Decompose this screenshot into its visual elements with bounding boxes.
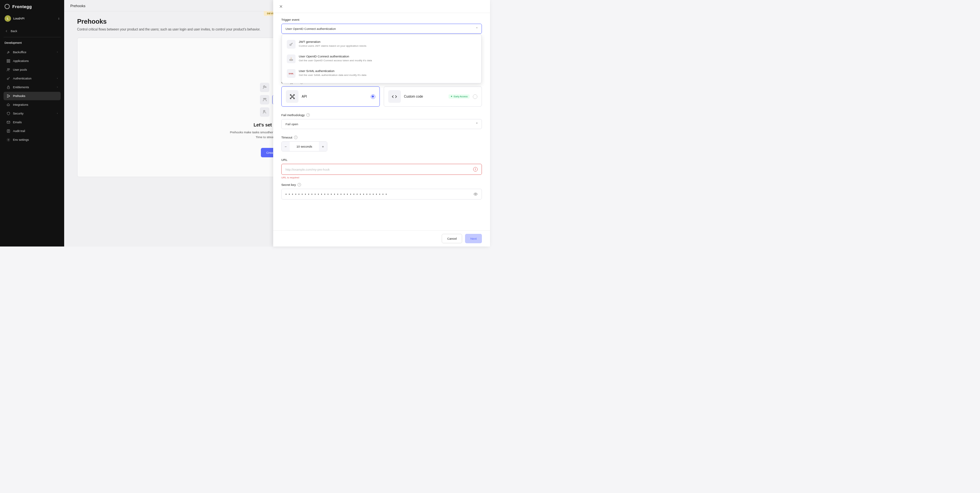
eye-icon[interactable]	[474, 192, 478, 196]
close-icon[interactable]	[279, 4, 283, 9]
radio-selected-icon	[371, 94, 375, 99]
cancel-button[interactable]: Cancel	[442, 234, 463, 243]
url-label: URL	[281, 158, 482, 161]
url-error-message: URL is required	[281, 176, 482, 179]
sidebar-item-label: Applications	[13, 59, 29, 62]
sidebar-item-authentication[interactable]: Authentication ›	[3, 74, 60, 83]
svg-point-25	[293, 97, 294, 99]
dropdown-item-title: User OpenID Connect authentication	[299, 54, 372, 58]
mail-icon	[6, 120, 10, 124]
svg-rect-2	[7, 61, 8, 62]
svg-point-8	[7, 95, 8, 95]
sidebar-item-security[interactable]: Security ›	[3, 109, 60, 118]
fail-methodology-value: Fail open	[285, 122, 298, 126]
list-icon	[6, 129, 10, 133]
chevron-right-icon: ›	[57, 112, 58, 115]
timeout-value: 10 seconds	[290, 142, 319, 151]
chevron-right-icon: ›	[57, 51, 58, 53]
svg-point-26	[475, 194, 476, 195]
shield-icon	[6, 112, 10, 115]
trigger-event-select[interactable]: User OpenID Connect authentication ˄ JWT…	[281, 24, 482, 34]
timeout-increment-button[interactable]: +	[319, 142, 327, 151]
arrow-left-icon	[5, 29, 8, 33]
openid-icon	[287, 54, 296, 63]
svg-point-19	[290, 44, 291, 45]
code-type-api[interactable]: API	[281, 86, 380, 107]
sidebar-item-emails[interactable]: Emails	[3, 118, 60, 126]
sidebar-item-entitlements[interactable]: Entitlements ›	[3, 83, 60, 91]
trigger-event-label: Trigger event	[281, 18, 482, 21]
grid-icon	[6, 59, 10, 63]
workspace-switcher[interactable]: L LoudAPI ▲▼	[0, 14, 64, 26]
sidebar-item-label: Authentication	[13, 77, 32, 80]
fail-methodology-select[interactable]: Fail open ˅	[281, 119, 482, 129]
branch-icon	[6, 94, 10, 98]
sidebar-item-audit-trail[interactable]: Audit trail	[3, 127, 60, 135]
fail-methodology-label: Fail methodology ?	[281, 113, 482, 117]
secret-key-input[interactable]: • • • • • • • • • • • • • • • • • • • • …	[281, 189, 482, 199]
trigger-event-value: User OpenID Connect authentication	[285, 27, 336, 30]
url-input[interactable]: http://example.com/my-pre-hook !	[281, 164, 482, 175]
svg-point-23	[293, 94, 294, 95]
svg-point-9	[7, 97, 8, 97]
code-type-custom[interactable]: Custom code ✦Early Access	[384, 86, 482, 107]
timeout-stepper: − 10 seconds +	[281, 141, 327, 152]
sidebar-nav: Backoffice › Applications User pools Aut…	[0, 48, 64, 144]
sidebar-item-label: Entitlements	[13, 86, 29, 89]
trigger-event-dropdown: JWT generation Control users JWT claims …	[282, 34, 482, 83]
dropdown-item-desc: Get the user SAML authentication data an…	[299, 73, 366, 77]
key-icon	[287, 40, 296, 49]
svg-rect-0	[7, 59, 8, 61]
api-icon	[286, 90, 299, 103]
svg-point-5	[9, 69, 10, 69]
sidebar-item-integrations[interactable]: Integrations	[3, 101, 60, 109]
svg-point-13	[8, 139, 9, 140]
secret-key-value: • • • • • • • • • • • • • • • • • • • • …	[285, 192, 387, 196]
error-icon: !	[473, 167, 478, 172]
early-access-badge: ✦Early Access	[449, 94, 469, 99]
back-link[interactable]: Back	[0, 26, 64, 36]
sidebar-item-applications[interactable]: Applications	[3, 57, 60, 65]
sidebar-item-label: Prehooks	[13, 94, 25, 97]
key-icon	[6, 77, 10, 80]
timeout-label: Timeout ?	[281, 136, 482, 139]
radio-unselected-icon	[473, 94, 477, 99]
url-placeholder: http://example.com/my-pre-hook	[285, 168, 329, 171]
sidebar-item-label: User pools	[13, 68, 27, 71]
help-icon[interactable]: ?	[306, 113, 310, 117]
timeout-decrement-button[interactable]: −	[282, 142, 290, 151]
dropdown-item-oidc[interactable]: User OpenID Connect authentication Get t…	[284, 51, 479, 66]
sidebar-item-label: Emails	[13, 121, 22, 124]
sparkle-icon: ✦	[450, 95, 453, 98]
svg-point-10	[9, 96, 10, 96]
svg-rect-3	[9, 61, 10, 62]
saml-icon: SAML	[287, 69, 296, 78]
sidebar-item-user-pools[interactable]: User pools	[3, 65, 60, 74]
sidebar-item-env-settings[interactable]: Env settings	[3, 136, 60, 144]
chevron-right-icon: ›	[57, 86, 58, 88]
code-type-label-text: Custom code	[404, 95, 445, 98]
svg-point-4	[8, 69, 9, 70]
dropdown-item-desc: Get the user OpenID Connect access token…	[299, 59, 372, 62]
sidebar-item-prehooks[interactable]: Prehooks	[3, 92, 60, 100]
dropdown-item-saml[interactable]: SAML User SAML authentication Get the us…	[284, 66, 479, 81]
brand-logo: Frontegg	[0, 0, 64, 14]
help-icon[interactable]: ?	[294, 136, 298, 139]
gear-icon	[6, 138, 10, 142]
workspace-name: LoudAPI	[13, 17, 56, 20]
sidebar-item-label: Backoffice	[13, 51, 26, 54]
logo-icon	[5, 4, 10, 9]
sidebar-item-backoffice[interactable]: Backoffice ›	[3, 48, 60, 56]
dropdown-item-title: JWT generation	[299, 40, 366, 43]
dropdown-item-desc: Control users JWT claims based on your a…	[299, 45, 366, 47]
sidebar-item-label: Audit trail	[13, 129, 25, 132]
dropdown-item-jwt[interactable]: JWT generation Control users JWT claims …	[284, 37, 479, 51]
sidebar-item-label: Security	[13, 112, 24, 115]
next-button[interactable]: Next	[465, 234, 482, 243]
wrench-icon	[6, 50, 10, 54]
create-prehook-panel: Trigger event User OpenID Connect authen…	[273, 0, 490, 247]
workspace-avatar: L	[5, 15, 11, 22]
svg-rect-7	[8, 87, 10, 89]
svg-point-6	[7, 78, 8, 80]
help-icon[interactable]: ?	[298, 183, 301, 187]
